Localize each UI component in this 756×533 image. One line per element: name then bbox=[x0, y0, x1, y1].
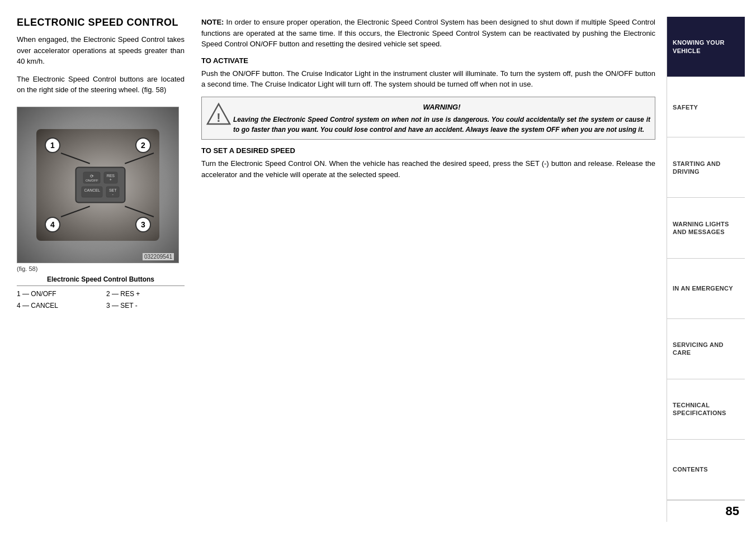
button-num-3: 3 bbox=[135, 217, 151, 232]
note-paragraph: NOTE: In order to ensure proper operatio… bbox=[201, 17, 655, 50]
intro-para1: When engaged, the Electronic Speed Contr… bbox=[17, 34, 185, 67]
to-activate-heading: TO ACTIVATE bbox=[201, 56, 655, 65]
button-num-2: 2 bbox=[135, 137, 151, 153]
legend-2-left: 4 — CANCEL bbox=[17, 300, 95, 312]
warning-text-container: WARNING! Leaving the Electronic Speed Co… bbox=[233, 102, 650, 135]
sidebar-item-knowing[interactable]: KNOWING YOUR VEHICLE bbox=[667, 17, 745, 77]
button-num-4: 4 bbox=[45, 217, 60, 232]
set-button: SET- bbox=[106, 187, 120, 198]
svg-text:!: ! bbox=[216, 111, 220, 125]
warning-body: Leaving the Electronic Speed Control sys… bbox=[233, 116, 650, 134]
sidebar-item-servicing[interactable]: SERVICING AND CARE bbox=[667, 319, 745, 379]
warning-box: ! WARNING! Leaving the Electronic Speed … bbox=[201, 97, 655, 140]
button-num-1: 1 bbox=[45, 137, 60, 153]
figure-58: ⟳ ON/OFF RES+ CANCEL SET- 1 2 3 bbox=[17, 107, 179, 263]
sidebar-item-safety[interactable]: SAFETY bbox=[667, 77, 745, 137]
page-title: ELECTRONIC SPEED CONTROL bbox=[17, 17, 185, 28]
legend-2-right: 3 — SET - bbox=[106, 300, 185, 312]
cancel-button: CANCEL bbox=[81, 187, 102, 198]
legend-1-left: 1 — ON/OFF bbox=[17, 288, 95, 301]
note-text: In order to ensure proper operation, the… bbox=[201, 18, 655, 48]
sidebar-item-starting[interactable]: STARTING AND DRIVING bbox=[667, 137, 745, 198]
figure-id: 032209541 bbox=[143, 253, 174, 260]
sidebar-item-contents[interactable]: CONTENTS bbox=[667, 440, 745, 500]
sidebar-item-technical[interactable]: TECHNICAL SPECIFICATIONS bbox=[667, 379, 745, 440]
sidebar-item-warning[interactable]: WARNING LIGHTS AND MESSAGES bbox=[667, 198, 745, 258]
warning-title: WARNING! bbox=[233, 102, 650, 113]
warning-icon: ! bbox=[206, 102, 229, 124]
fig-caption: (fig. 58) bbox=[17, 265, 185, 272]
intro-para2: The Electronic Speed Control buttons are… bbox=[17, 74, 185, 96]
sidebar: KNOWING YOUR VEHICLE SAFETY STARTING AND… bbox=[667, 17, 745, 522]
onoff-button: ⟳ ON/OFF bbox=[83, 172, 101, 184]
page-number: 85 bbox=[667, 500, 745, 522]
legend-table: 1 — ON/OFF 2 — RES + 4 — CANCEL 3 — SET … bbox=[17, 285, 185, 312]
to-set-heading: TO SET A DESIRED SPEED bbox=[201, 146, 655, 155]
res-button: RES+ bbox=[104, 172, 117, 184]
sidebar-item-emergency[interactable]: IN AN EMERGENCY bbox=[667, 259, 745, 319]
to-activate-text: Push the ON/OFF button. The Cruise Indic… bbox=[201, 68, 655, 90]
to-set-text: Turn the Electronic Speed Control ON. Wh… bbox=[201, 158, 655, 180]
legend-1-right: 2 — RES + bbox=[106, 288, 185, 301]
fig-label: Electronic Speed Control Buttons bbox=[17, 275, 185, 283]
note-label: NOTE: bbox=[201, 18, 224, 26]
